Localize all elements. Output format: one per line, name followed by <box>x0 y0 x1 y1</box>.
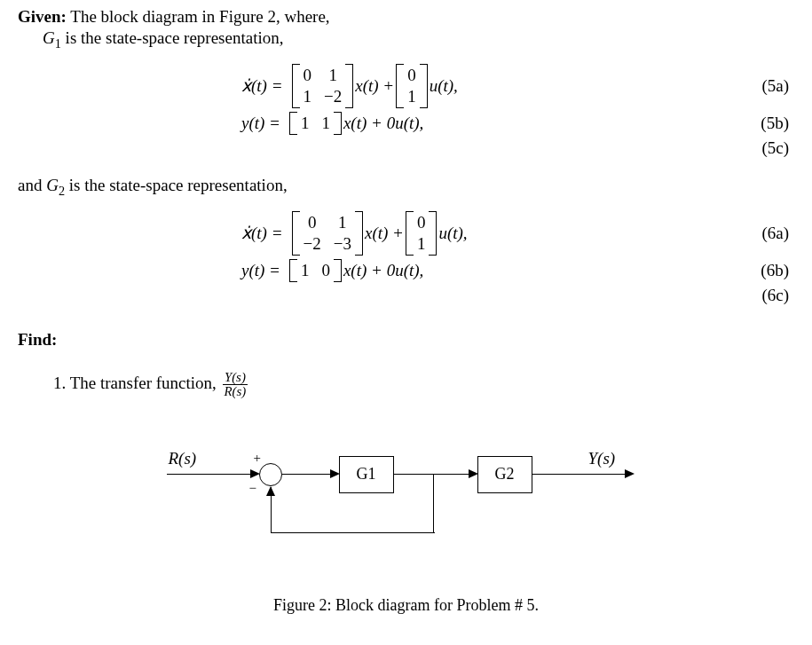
eq5b-num: (5b) <box>736 114 794 133</box>
find-item-1: 1. The transfer function, Y(s)R(s) <box>53 371 794 399</box>
eq5a-num: (5a) <box>736 76 794 96</box>
eq6a-B1: 1 <box>417 234 426 254</box>
eq6b-C0: 1 <box>301 261 310 280</box>
eq-5b: y(t) = 1 1 x(t) + 0u(t), (5b) <box>18 112 794 135</box>
eq5a-B0: 0 <box>407 66 416 85</box>
g2-sub: 2 <box>59 184 65 198</box>
eq6a-A10: −2 <box>304 234 321 254</box>
eq6b-mid: x(t) + 0u(t), <box>343 261 423 280</box>
given-rest: The block diagram in Figure 2, where, <box>67 7 330 26</box>
eq6a-A01: 1 <box>338 213 347 232</box>
block-g2: G2 <box>477 456 532 493</box>
eq-5a: ẋ(t) = 0 1 1 −2 x(t) + 0 <box>18 64 794 108</box>
eq5a-A10: 1 <box>304 87 312 106</box>
g1-intro: G1 is the state-space representation, <box>43 28 794 51</box>
tf-fraction: Y(s)R(s) <box>223 371 248 399</box>
enum1-num: 1. <box>53 374 66 392</box>
eq6b-lhs: y(t) = <box>241 261 280 280</box>
given-line: Given: The block diagram in Figure 2, wh… <box>18 7 794 27</box>
eq6c-num: (6c) <box>736 286 794 305</box>
eq5b-C: 1 1 <box>289 112 342 135</box>
eq5c-num: (5c) <box>736 138 794 158</box>
eq5b-C0: 1 <box>301 114 310 133</box>
given-label: Given: <box>18 7 67 26</box>
tf-den: R(s) <box>223 385 248 399</box>
arrow-feedback-up <box>266 486 275 496</box>
eq5a-A01: 1 <box>328 66 337 85</box>
tf-num: Y(s) <box>223 371 248 386</box>
eq5a-B1: 1 <box>407 87 416 106</box>
g1-symbol: G <box>43 28 55 47</box>
block-g1: G1 <box>339 456 394 493</box>
eq5a-mid1: x(t) + <box>355 76 394 96</box>
page-root: Given: The block diagram in Figure 2, wh… <box>0 0 812 633</box>
eq5a-A00: 0 <box>304 66 312 85</box>
eq-5c: (5c) <box>18 138 794 158</box>
block-diagram-wrap: R(s) Y(s) + − G1 G2 <box>18 435 794 615</box>
summing-junction-icon <box>259 463 282 486</box>
eq6a-mid2: u(t), <box>438 224 467 243</box>
g1-rest: is the state-space representation, <box>61 28 284 47</box>
figure-caption: Figure 2: Block diagram for Problem # 5. <box>273 596 539 615</box>
eq-6b: y(t) = 1 0 x(t) + 0u(t), (6b) <box>18 259 794 282</box>
eq6b-C1: 0 <box>321 261 330 280</box>
eq6a-B0: 0 <box>417 213 426 232</box>
eq5a-mid2: u(t), <box>430 76 458 96</box>
eq6a-A00: 0 <box>308 213 317 232</box>
find-heading: Find: <box>18 330 794 350</box>
arrow-r-in <box>250 469 260 478</box>
sum-plus: + <box>254 451 261 466</box>
label-R: R(s) <box>169 449 197 468</box>
enum1-text: The transfer function, <box>66 374 220 392</box>
eq-6c: (6c) <box>18 286 794 305</box>
label-Y: Y(s) <box>588 449 616 468</box>
eq5a-lhs: ẋ(t) = <box>241 75 283 96</box>
block-diagram: R(s) Y(s) + − G1 G2 <box>158 435 655 577</box>
g2-intro: and G2 is the state-space representation… <box>18 176 794 199</box>
g2-symbol: G <box>46 176 59 194</box>
eq5a-B: 0 1 <box>396 64 428 108</box>
eq6a-mid1: x(t) + <box>365 224 404 243</box>
g1-sub: 1 <box>55 36 61 51</box>
and-label-a: and <box>18 176 46 194</box>
eq6a-A: 0 1 −2 −3 <box>292 211 363 256</box>
eq6a-A11: −3 <box>334 234 351 254</box>
eq6a-num: (6a) <box>736 224 794 243</box>
eq5b-lhs: y(t) = <box>241 114 280 133</box>
eq5a-A11: −2 <box>324 87 342 106</box>
eq6b-num: (6b) <box>736 261 794 280</box>
arrow-to-y <box>625 469 635 478</box>
eq5b-mid: x(t) + 0u(t), <box>343 114 423 133</box>
eq6a-B: 0 1 <box>406 211 438 256</box>
eq5a-A: 0 1 1 −2 <box>292 64 354 108</box>
eq5b-C1: 1 <box>321 114 330 133</box>
and-label-b: is the state-space representation, <box>65 176 288 194</box>
eq-6a: ẋ(t) = 0 1 −2 −3 x(t) + 0 <box>18 211 794 256</box>
eq6b-C: 1 0 <box>289 259 342 282</box>
sum-minus: − <box>249 481 256 496</box>
eq6a-lhs: ẋ(t) = <box>241 223 283 243</box>
